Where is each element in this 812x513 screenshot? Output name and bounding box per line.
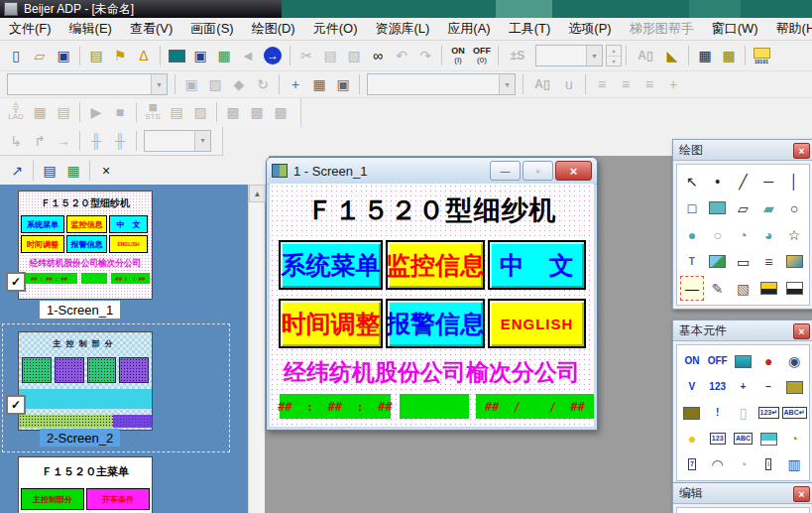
brush-attr-tool[interactable]: ▧: [731, 275, 756, 302]
frame-grid-button[interactable]: ▦: [307, 72, 331, 96]
frame-tool[interactable]: ▭: [731, 248, 756, 275]
close-icon[interactable]: ×: [793, 143, 810, 159]
menu-item-6[interactable]: 资源库(L): [366, 18, 438, 40]
close-panel-button[interactable]: ×: [94, 159, 118, 183]
info-element[interactable]: i: [755, 451, 781, 477]
insert-text-button[interactable]: A▯: [527, 72, 557, 96]
group-button[interactable]: ◆: [227, 72, 251, 96]
object-name-combobox[interactable]: ▾: [7, 73, 168, 95]
off-element[interactable]: OFF: [705, 348, 731, 374]
app-titlebar[interactable]: Beijer ADP - [未命名]: [0, 0, 812, 18]
on-element[interactable]: ON: [679, 348, 705, 374]
menu-item-2[interactable]: 查看(V): [121, 18, 181, 40]
crosshair-button[interactable]: +: [661, 72, 685, 96]
hline-tool[interactable]: ─: [755, 168, 781, 194]
screen-overview-button[interactable]: ▦: [212, 44, 236, 67]
menu-item-11[interactable]: 窗口(W): [703, 18, 767, 40]
screen-thumbnail-1[interactable]: Ｆ１５２０型细纱机 系统菜单监控信息中 文时间调整报警信息ENGLISH 经纬纺…: [18, 191, 153, 300]
page-copy-button[interactable]: ▤: [165, 100, 188, 124]
image-tool[interactable]: [705, 248, 731, 275]
select-tool[interactable]: ↖: [679, 168, 705, 194]
menu-item-0[interactable]: 文件(F): [0, 18, 60, 40]
pin-panel-button[interactable]: ↗: [5, 159, 29, 183]
recipe-upload-element[interactable]: [679, 400, 705, 426]
clock-element[interactable]: ◔: [731, 451, 756, 477]
screen1-label[interactable]: 1-Screen_1: [40, 301, 120, 319]
edit-panel-titlebar[interactable]: 编辑 ×: [673, 483, 812, 504]
cut-button[interactable]: ✂: [294, 44, 318, 67]
pie-graph-element[interactable]: ◔: [781, 426, 807, 451]
snap-grid-button[interactable]: ▦: [717, 44, 741, 67]
screen2-visibility-checkbox[interactable]: ✓: [6, 395, 26, 415]
previous-screen-button[interactable]: ◄: [236, 44, 260, 67]
restore-button[interactable]: ▫: [522, 161, 553, 181]
numeric-entry-element[interactable]: 123↵: [755, 400, 781, 426]
numeric-display-element[interactable]: 123: [705, 426, 731, 451]
close-window-button[interactable]: ×: [555, 161, 592, 181]
run-button[interactable]: ▶: [84, 100, 108, 124]
date-time-element[interactable]: 7: [679, 451, 705, 477]
status-display[interactable]: [400, 394, 469, 419]
branch-right-button[interactable]: →: [52, 129, 75, 153]
stop-button[interactable]: ■: [108, 100, 132, 124]
date-display[interactable]: ## / / ##: [476, 394, 594, 419]
undo-button[interactable]: ↶: [390, 44, 413, 67]
scale-tool[interactable]: ≡: [755, 248, 781, 275]
menu-item-5[interactable]: 元件(O): [304, 18, 367, 40]
grid-toggle-button[interactable]: ▦: [693, 44, 717, 67]
screen-title-text[interactable]: Ｆ１５２０型细纱机: [270, 192, 594, 228]
system-menu-button[interactable]: 系统菜单: [279, 240, 383, 290]
menu-item-9[interactable]: 选项(P): [559, 18, 620, 40]
alarm-display-element[interactable]: !: [705, 400, 731, 426]
object-3d-tool[interactable]: [781, 248, 807, 275]
redo-button[interactable]: ↷: [413, 44, 437, 67]
drawing-panel-titlebar[interactable]: 绘图 ×: [673, 140, 812, 161]
text-object-button[interactable]: A▯: [631, 44, 660, 67]
import-object-button[interactable]: ◣: [660, 44, 684, 67]
status-button[interactable]: ▤STS: [141, 100, 165, 124]
pen-attr-tool[interactable]: ✎: [705, 275, 731, 302]
menu-item-7[interactable]: 应用(A): [438, 18, 499, 40]
close-icon[interactable]: ×: [793, 323, 810, 339]
state-spinner[interactable]: ▴▾: [606, 45, 622, 66]
find-button[interactable]: ∞: [366, 44, 390, 67]
menu-item-1[interactable]: 编辑(E): [60, 18, 121, 40]
branch-down-button[interactable]: ↳: [4, 129, 28, 153]
application-setup-button[interactable]: ▤: [84, 44, 108, 67]
basic-panel-titlebar[interactable]: 基本元件 ×: [673, 321, 812, 341]
contact-button[interactable]: ╫: [84, 129, 108, 153]
new-project-button[interactable]: ▯: [4, 44, 28, 67]
screen-thumbnail-2[interactable]: 主控制部分: [18, 331, 153, 431]
partial-lock-button[interactable]: ▩: [269, 100, 292, 124]
minimize-button[interactable]: —: [490, 161, 521, 181]
multi-copy-button[interactable]: ▤: [52, 100, 75, 124]
object-library-button[interactable]: ▨: [203, 72, 227, 96]
arc-tool[interactable]: ○: [705, 221, 731, 248]
menu-item-4[interactable]: 绘图(D): [243, 18, 304, 40]
rect-tool[interactable]: □: [679, 194, 705, 221]
monitor-info-button[interactable]: 监控信息: [386, 240, 485, 290]
underline-button[interactable]: u: [557, 72, 581, 96]
bar-element[interactable]: [755, 426, 781, 451]
screen-list-scrollbar[interactable]: ▲: [248, 185, 265, 513]
editor-window-titlebar[interactable]: 1 - Screen_1 — ▫ ×: [267, 158, 597, 185]
ascii-display-element[interactable]: ABC: [731, 426, 756, 451]
company-text[interactable]: 经纬纺机股份公司榆次分公司: [270, 357, 594, 388]
toggle-switch-element[interactable]: [731, 348, 756, 374]
ascii-entry-element[interactable]: ABC↵: [781, 400, 807, 426]
menu-item-3[interactable]: 画面(S): [181, 18, 242, 40]
rotate-button[interactable]: ↻: [251, 72, 275, 96]
rung-combobox[interactable]: ▾: [144, 130, 211, 152]
bg-color-tool[interactable]: [781, 275, 807, 302]
screen-canvas[interactable]: Ｆ１５２０型细纱机 系统菜单监控信息中 文时间调整报警信息ENGLISH 经纬纺…: [270, 184, 594, 427]
circle-tool[interactable]: ○: [781, 194, 807, 221]
meter-element[interactable]: ▥: [781, 451, 807, 477]
align-right-button[interactable]: ≡: [638, 72, 661, 96]
scrollbar-up-button[interactable]: ▲: [249, 185, 266, 202]
toggle-state-button[interactable]: ±S: [503, 44, 532, 67]
align-center-button[interactable]: ≡: [614, 72, 638, 96]
vline-tool[interactable]: │: [781, 168, 807, 194]
line-attr-tool[interactable]: —: [679, 275, 705, 302]
pushbutton-element[interactable]: ●: [755, 348, 781, 374]
time-display[interactable]: ## : ## : ##: [280, 394, 391, 419]
